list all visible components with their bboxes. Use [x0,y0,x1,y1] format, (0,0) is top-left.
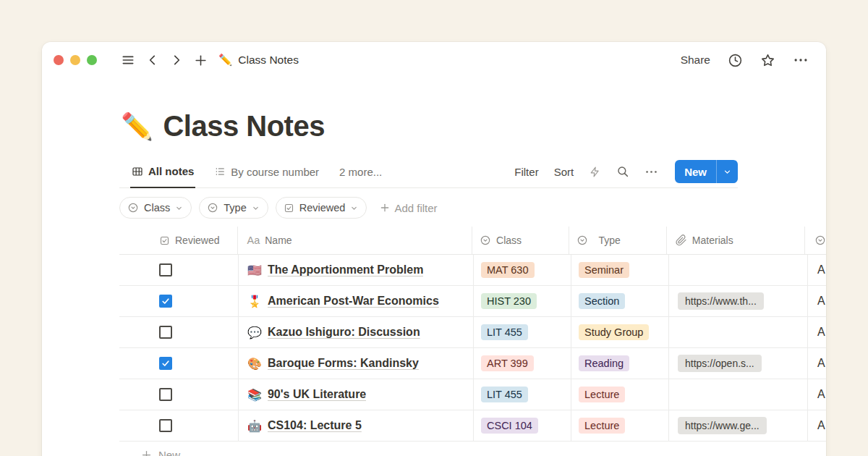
reviewed-cell[interactable] [119,317,239,347]
class-cell[interactable]: CSCI 104 [474,410,571,441]
sort-button[interactable]: Sort [554,166,574,178]
row-checkbox[interactable] [159,263,172,276]
class-tag: CSCI 104 [481,418,538,434]
filter-button[interactable]: Filter [514,166,538,178]
trailing-cell[interactable]: A [808,317,826,347]
reviewed-cell[interactable] [119,286,239,316]
class-cell[interactable]: LIT 455 [474,379,571,410]
trailing-text: A [817,263,825,276]
minimize-window-button[interactable] [70,55,80,65]
note-title-link[interactable]: 90's UK Literature [268,388,366,401]
type-cell[interactable]: Lecture [571,410,669,441]
note-title-link[interactable]: American Post-War Economics [268,295,439,308]
materials-cell[interactable]: https://www.ge... [669,410,808,441]
name-cell[interactable]: 🎨 Baroque Forms: Kandinsky [239,348,474,379]
reviewed-cell[interactable] [119,255,239,285]
row-checkbox[interactable] [159,419,172,432]
class-cell[interactable]: MAT 630 [474,255,571,285]
materials-link[interactable]: https://www.th... [678,292,764,310]
note-title-link[interactable]: Kazuo Ishiguro: Discussion [268,326,420,339]
breadcrumb[interactable]: ✏️ Class Notes [218,54,299,67]
view-more-icon[interactable] [644,165,658,179]
type-cell[interactable]: Seminar [571,255,669,285]
header-materials[interactable]: Materials [667,227,805,254]
materials-cell[interactable]: https://www.th... [669,286,808,316]
note-title-link[interactable]: The Apportionment Problem [268,263,423,276]
class-cell[interactable]: LIT 455 [474,317,571,347]
more-icon[interactable] [793,52,809,68]
table-row[interactable]: 🎖️ American Post-War Economics HIST 230 … [119,286,826,317]
header-reviewed[interactable]: Reviewed [119,227,238,254]
list-view-icon [214,166,226,177]
type-cell[interactable]: Reading [571,348,669,379]
row-checkbox[interactable] [159,326,172,339]
zap-icon[interactable] [589,166,601,178]
note-title-link[interactable]: CS104: Lecture 5 [268,419,362,432]
new-row-button[interactable]: New [119,442,826,456]
menu-icon[interactable] [121,53,135,67]
close-window-button[interactable] [54,55,64,65]
clock-icon[interactable] [728,53,743,68]
new-dropdown-button[interactable] [716,160,738,183]
note-title-link[interactable]: Baroque Forms: Kandinsky [268,357,419,370]
reviewed-cell[interactable] [119,348,239,379]
table-row[interactable]: 📚 90's UK Literature LIT 455 Lecture A [119,379,826,410]
type-cell[interactable]: Lecture [571,379,669,410]
class-cell[interactable]: HIST 230 [474,286,571,316]
materials-link[interactable]: https://www.ge... [678,417,767,434]
new-page-icon[interactable] [194,54,208,67]
trailing-cell[interactable]: A [808,255,826,285]
trailing-cell[interactable]: A [808,379,826,410]
search-icon[interactable] [616,165,629,178]
class-cell[interactable]: ART 399 [474,348,571,379]
speech-balloon-icon: 💬 [247,326,262,339]
name-cell[interactable]: 🤖 CS104: Lecture 5 [239,410,474,441]
views-toolbar: All notes By course number 2 more... Fil… [119,156,738,188]
table-row[interactable]: 🤖 CS104: Lecture 5 CSCI 104 Lecture http… [119,410,826,442]
filter-chip-reviewed[interactable]: Reviewed [276,197,367,219]
forward-icon[interactable] [170,54,183,67]
header-class[interactable]: Class [472,227,569,254]
trailing-cell[interactable]: A [808,286,826,316]
name-cell[interactable]: 💬 Kazuo Ishiguro: Discussion [239,317,474,347]
type-cell[interactable]: Section [571,286,669,316]
name-cell[interactable]: 🇺🇸 The Apportionment Problem [239,255,474,285]
row-checkbox[interactable] [159,357,172,370]
new-button-label[interactable]: New [675,160,716,183]
materials-cell[interactable]: https://open.s... [669,348,808,379]
filter-chip-type[interactable]: Type [199,197,268,219]
table-row[interactable]: 🎨 Baroque Forms: Kandinsky ART 399 Readi… [119,348,826,379]
trailing-cell[interactable]: A [808,348,826,379]
materials-cell[interactable] [669,317,808,347]
back-icon[interactable] [146,54,159,67]
materials-link[interactable]: https://open.s... [678,355,762,372]
type-cell[interactable]: Study Group [571,317,669,347]
trailing-text: A [817,326,825,339]
page-emoji-icon[interactable]: ✏️ [121,111,153,142]
table-row[interactable]: 💬 Kazuo Ishiguro: Discussion LIT 455 Stu… [119,317,826,348]
tab-more-views[interactable]: 2 more... [338,156,383,187]
tab-by-course-number[interactable]: By course number [213,156,320,187]
row-checkbox[interactable] [159,295,172,308]
name-cell[interactable]: 📚 90's UK Literature [239,379,474,410]
header-name[interactable]: Aa Name [238,227,472,254]
filter-chip-class[interactable]: Class [119,197,192,219]
trailing-cell[interactable]: A [808,410,826,441]
header-type[interactable]: Type [569,227,666,254]
materials-cell[interactable] [669,255,808,285]
reviewed-cell[interactable] [119,379,239,410]
add-filter-button[interactable]: Add filter [380,202,437,214]
row-checkbox[interactable] [159,388,172,401]
star-icon[interactable] [760,53,775,68]
table-row[interactable]: 🇺🇸 The Apportionment Problem MAT 630 Sem… [119,255,826,286]
tab-all-notes[interactable]: All notes [130,156,195,188]
reviewed-cell[interactable] [119,410,239,441]
header-trailing[interactable] [805,227,826,254]
materials-cell[interactable] [669,379,808,410]
share-button[interactable]: Share [681,54,710,67]
name-cell[interactable]: 🎖️ American Post-War Economics [239,286,474,316]
new-button[interactable]: New [675,160,738,183]
page-title-text[interactable]: Class Notes [163,110,324,143]
zoom-window-button[interactable] [87,55,97,65]
nav-controls [121,53,208,67]
